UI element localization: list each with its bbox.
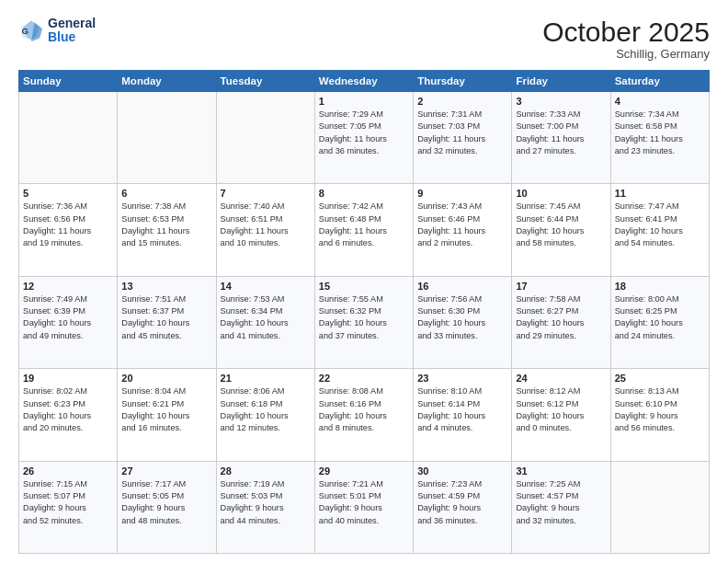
- calendar-cell: 8Sunrise: 7:42 AM Sunset: 6:48 PM Daylig…: [314, 184, 413, 276]
- day-number: 6: [121, 188, 211, 199]
- day-number: 13: [121, 281, 211, 292]
- calendar-cell: [610, 461, 709, 553]
- day-info: Sunrise: 7:19 AM Sunset: 5:03 PM Dayligh…: [221, 478, 311, 527]
- calendar-cell: 12Sunrise: 7:49 AM Sunset: 6:39 PM Dayli…: [19, 276, 118, 368]
- day-number: 9: [417, 188, 507, 199]
- day-info: Sunrise: 7:25 AM Sunset: 4:57 PM Dayligh…: [516, 478, 606, 527]
- day-info: Sunrise: 7:49 AM Sunset: 6:39 PM Dayligh…: [23, 293, 113, 342]
- calendar-cell: 6Sunrise: 7:38 AM Sunset: 6:53 PM Daylig…: [118, 184, 216, 276]
- day-number: 25: [615, 373, 705, 384]
- weekday-header-saturday: Saturday: [610, 71, 709, 92]
- calendar-cell: 23Sunrise: 8:10 AM Sunset: 6:14 PM Dayli…: [414, 369, 512, 461]
- day-number: 19: [23, 373, 113, 384]
- calendar-week-3: 12Sunrise: 7:49 AM Sunset: 6:39 PM Dayli…: [19, 276, 710, 368]
- day-info: Sunrise: 7:36 AM Sunset: 6:56 PM Dayligh…: [23, 201, 113, 249]
- location-subtitle: Schillig, Germany: [542, 47, 710, 61]
- calendar-cell: 1Sunrise: 7:29 AM Sunset: 7:05 PM Daylig…: [314, 92, 413, 184]
- day-info: Sunrise: 8:06 AM Sunset: 6:18 PM Dayligh…: [221, 385, 311, 434]
- day-number: 29: [319, 465, 409, 477]
- logo-text: General Blue: [48, 17, 96, 45]
- calendar-cell: 3Sunrise: 7:33 AM Sunset: 7:00 PM Daylig…: [512, 92, 610, 184]
- weekday-header-monday: Monday: [118, 71, 216, 92]
- day-number: 7: [221, 188, 311, 199]
- day-info: Sunrise: 7:56 AM Sunset: 6:30 PM Dayligh…: [417, 293, 507, 342]
- day-info: Sunrise: 7:33 AM Sunset: 7:00 PM Dayligh…: [516, 109, 606, 157]
- day-info: Sunrise: 8:13 AM Sunset: 6:10 PM Dayligh…: [615, 385, 705, 434]
- day-info: Sunrise: 7:29 AM Sunset: 7:05 PM Dayligh…: [319, 109, 409, 157]
- day-info: Sunrise: 7:15 AM Sunset: 5:07 PM Dayligh…: [23, 478, 113, 527]
- day-number: 3: [516, 96, 606, 107]
- calendar-cell: 14Sunrise: 7:53 AM Sunset: 6:34 PM Dayli…: [216, 276, 314, 368]
- day-number: 16: [417, 281, 507, 292]
- calendar-cell: 20Sunrise: 8:04 AM Sunset: 6:21 PM Dayli…: [118, 369, 216, 461]
- calendar-cell: 13Sunrise: 7:51 AM Sunset: 6:37 PM Dayli…: [118, 276, 216, 368]
- day-number: 18: [615, 281, 705, 292]
- day-info: Sunrise: 8:12 AM Sunset: 6:12 PM Dayligh…: [516, 385, 606, 434]
- day-number: 31: [516, 465, 606, 477]
- day-info: Sunrise: 7:55 AM Sunset: 6:32 PM Dayligh…: [319, 293, 409, 342]
- page: G General Blue October 2025 Schillig, Ge…: [0, 0, 728, 563]
- day-info: Sunrise: 8:00 AM Sunset: 6:25 PM Dayligh…: [615, 293, 705, 342]
- calendar-week-1: 1Sunrise: 7:29 AM Sunset: 7:05 PM Daylig…: [19, 92, 710, 184]
- day-info: Sunrise: 7:38 AM Sunset: 6:53 PM Dayligh…: [121, 201, 211, 249]
- day-number: 10: [516, 188, 606, 199]
- day-number: 28: [221, 465, 311, 477]
- day-number: 22: [319, 373, 409, 384]
- day-number: 14: [221, 281, 311, 292]
- calendar-cell: [216, 92, 314, 184]
- calendar-cell: 21Sunrise: 8:06 AM Sunset: 6:18 PM Dayli…: [216, 369, 314, 461]
- day-info: Sunrise: 8:08 AM Sunset: 6:16 PM Dayligh…: [319, 385, 409, 434]
- calendar-week-4: 19Sunrise: 8:02 AM Sunset: 6:23 PM Dayli…: [19, 369, 710, 461]
- calendar-cell: 17Sunrise: 7:58 AM Sunset: 6:27 PM Dayli…: [512, 276, 610, 368]
- day-info: Sunrise: 8:04 AM Sunset: 6:21 PM Dayligh…: [121, 385, 211, 434]
- weekday-header-tuesday: Tuesday: [216, 71, 314, 92]
- weekday-header-sunday: Sunday: [19, 71, 118, 92]
- calendar-cell: 18Sunrise: 8:00 AM Sunset: 6:25 PM Dayli…: [610, 276, 709, 368]
- calendar-cell: 22Sunrise: 8:08 AM Sunset: 6:16 PM Dayli…: [314, 369, 413, 461]
- day-number: 17: [516, 281, 606, 292]
- day-info: Sunrise: 7:17 AM Sunset: 5:05 PM Dayligh…: [121, 478, 211, 527]
- day-number: 20: [121, 373, 211, 384]
- day-info: Sunrise: 7:31 AM Sunset: 7:03 PM Dayligh…: [417, 109, 507, 157]
- day-number: 2: [417, 96, 507, 107]
- title-block: October 2025 Schillig, Germany: [542, 17, 710, 61]
- weekday-header-wednesday: Wednesday: [314, 71, 413, 92]
- calendar-cell: 27Sunrise: 7:17 AM Sunset: 5:05 PM Dayli…: [118, 461, 216, 553]
- day-number: 15: [319, 281, 409, 292]
- day-info: Sunrise: 7:51 AM Sunset: 6:37 PM Dayligh…: [121, 293, 211, 342]
- calendar-cell: 9Sunrise: 7:43 AM Sunset: 6:46 PM Daylig…: [414, 184, 512, 276]
- calendar-cell: 16Sunrise: 7:56 AM Sunset: 6:30 PM Dayli…: [414, 276, 512, 368]
- day-info: Sunrise: 7:47 AM Sunset: 6:41 PM Dayligh…: [615, 201, 705, 249]
- day-number: 30: [417, 465, 507, 477]
- logo-icon: G: [18, 17, 44, 43]
- calendar-cell: 28Sunrise: 7:19 AM Sunset: 5:03 PM Dayli…: [216, 461, 314, 553]
- calendar-cell: 7Sunrise: 7:40 AM Sunset: 6:51 PM Daylig…: [216, 184, 314, 276]
- day-number: 24: [516, 373, 606, 384]
- header: G General Blue October 2025 Schillig, Ge…: [18, 17, 710, 61]
- calendar-week-5: 26Sunrise: 7:15 AM Sunset: 5:07 PM Dayli…: [19, 461, 710, 553]
- calendar-cell: 29Sunrise: 7:21 AM Sunset: 5:01 PM Dayli…: [314, 461, 413, 553]
- calendar-cell: 24Sunrise: 8:12 AM Sunset: 6:12 PM Dayli…: [512, 369, 610, 461]
- day-number: 11: [615, 188, 705, 199]
- day-info: Sunrise: 7:45 AM Sunset: 6:44 PM Dayligh…: [516, 201, 606, 249]
- day-info: Sunrise: 7:58 AM Sunset: 6:27 PM Dayligh…: [516, 293, 606, 342]
- day-number: 5: [23, 188, 113, 199]
- day-info: Sunrise: 7:43 AM Sunset: 6:46 PM Dayligh…: [417, 201, 507, 249]
- day-info: Sunrise: 8:02 AM Sunset: 6:23 PM Dayligh…: [23, 385, 113, 434]
- calendar-cell: 25Sunrise: 8:13 AM Sunset: 6:10 PM Dayli…: [610, 369, 709, 461]
- day-info: Sunrise: 8:10 AM Sunset: 6:14 PM Dayligh…: [417, 385, 507, 434]
- day-number: 27: [121, 465, 211, 477]
- day-number: 12: [23, 281, 113, 292]
- day-info: Sunrise: 7:34 AM Sunset: 6:58 PM Dayligh…: [615, 109, 705, 157]
- calendar-cell: 30Sunrise: 7:23 AM Sunset: 4:59 PM Dayli…: [414, 461, 512, 553]
- day-info: Sunrise: 7:53 AM Sunset: 6:34 PM Dayligh…: [221, 293, 311, 342]
- calendar-cell: 19Sunrise: 8:02 AM Sunset: 6:23 PM Dayli…: [19, 369, 118, 461]
- logo: G General Blue: [18, 17, 96, 45]
- day-info: Sunrise: 7:40 AM Sunset: 6:51 PM Dayligh…: [221, 201, 311, 249]
- weekday-header-row: SundayMondayTuesdayWednesdayThursdayFrid…: [19, 71, 710, 92]
- weekday-header-thursday: Thursday: [414, 71, 512, 92]
- svg-text:G: G: [22, 26, 28, 36]
- calendar-cell: [19, 92, 118, 184]
- calendar-cell: 4Sunrise: 7:34 AM Sunset: 6:58 PM Daylig…: [610, 92, 709, 184]
- calendar-cell: 5Sunrise: 7:36 AM Sunset: 6:56 PM Daylig…: [19, 184, 118, 276]
